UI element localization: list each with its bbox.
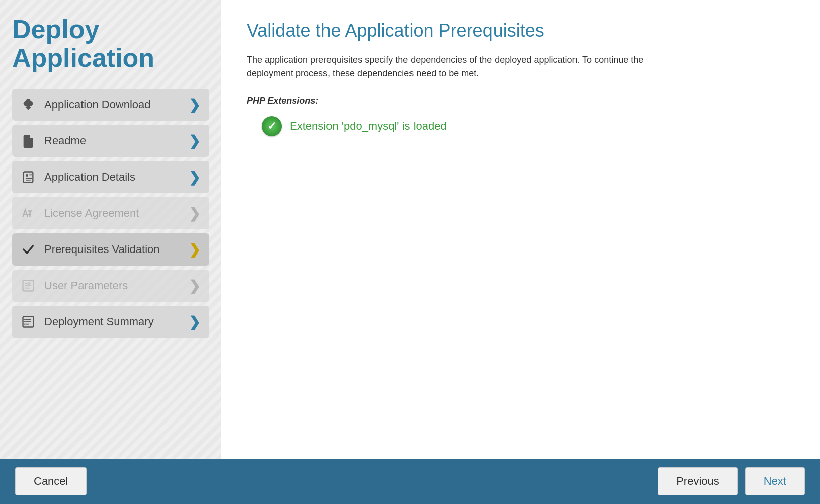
extension-text: Extension 'pdo_mysql' is loaded [290,120,447,133]
svg-rect-0 [26,138,28,140]
main-content: Validate the Application Prerequisites T… [221,0,820,459]
user-params-icon [19,277,37,295]
svg-rect-2 [26,175,28,177]
sidebar-item-label: Readme [44,134,186,147]
content-description: The application prerequisites specify th… [247,53,659,80]
sidebar-item-label: Deployment Summary [44,315,186,328]
nav-arrow-download: ❯ [186,97,202,113]
download-icon [19,96,37,114]
checkmark-icon [19,240,37,259]
sidebar-item-user-parameters: User Parameters ❯ [12,270,209,302]
nav-arrow-readme: ❯ [186,133,202,149]
sidebar-item-prerequisites-validation[interactable]: Prerequisites Validation ❯ [12,233,209,266]
sidebar: Deploy Application Application Download … [0,0,221,459]
license-icon [19,204,37,222]
sidebar-item-label: Prerequisites Validation [44,243,186,256]
page-title: Deploy Application [12,15,209,72]
nav-arrow-prerequisites: ❯ [186,241,202,258]
next-button[interactable]: Next [745,467,805,495]
sidebar-item-license-agreement: License Agreement ❯ [12,197,209,229]
cancel-button[interactable]: Cancel [15,467,87,495]
footer-right-buttons: Previous Next [658,467,805,495]
readme-icon [19,132,37,150]
nav-arrow-license: ❯ [186,205,202,221]
sidebar-item-label: License Agreement [44,207,186,220]
navigation: Application Download ❯ Readme ❯ [12,89,209,338]
sidebar-item-label: Application Download [44,98,186,111]
content-title: Validate the Application Prerequisites [247,20,795,41]
summary-icon [19,313,37,331]
success-icon [262,116,282,136]
footer: Cancel Previous Next [0,459,820,504]
sidebar-item-deployment-summary[interactable]: Deployment Summary ❯ [12,306,209,338]
previous-button[interactable]: Previous [658,467,738,495]
svg-rect-1 [24,172,33,183]
sidebar-item-label: User Parameters [44,279,186,292]
nav-arrow-summary: ❯ [186,314,202,330]
extension-item: Extension 'pdo_mysql' is loaded [262,116,795,136]
section-label: PHP Extensions: [247,96,795,106]
details-icon [19,168,37,186]
sidebar-item-readme[interactable]: Readme ❯ [12,125,209,157]
nav-arrow-user-params: ❯ [186,278,202,294]
sidebar-item-application-details[interactable]: Application Details ❯ [12,161,209,193]
sidebar-item-application-download[interactable]: Application Download ❯ [12,89,209,121]
sidebar-item-label: Application Details [44,171,186,184]
nav-arrow-details: ❯ [186,169,202,185]
